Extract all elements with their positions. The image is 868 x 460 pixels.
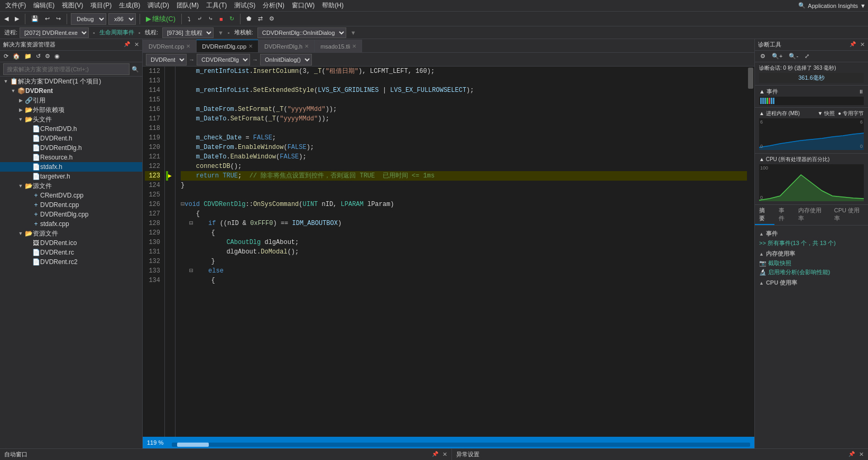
- tree-dvdrent[interactable]: ▼ 📦 DVDRent: [0, 86, 142, 96]
- tree-references[interactable]: ▶ 🔗 引用: [0, 96, 142, 105]
- menu-view[interactable]: 视图(V): [59, 0, 86, 11]
- new-solution-btn[interactable]: 🏠: [11, 52, 22, 61]
- code-editor[interactable]: m_rentInfoList.InsertColumn(3, _T("租借日期"…: [176, 67, 747, 437]
- tab-close-icon[interactable]: ✕: [248, 43, 253, 49]
- tree-dvdrent-h[interactable]: 📄 DVDRent.h: [0, 134, 142, 143]
- menu-team[interactable]: 团队(M): [173, 0, 202, 11]
- debug-config-dropdown[interactable]: Debug: [71, 13, 106, 25]
- auto-close-icon[interactable]: ✕: [442, 451, 447, 458]
- diag-tab-events[interactable]: 事件: [774, 205, 794, 225]
- tree-dvdrent-rc2[interactable]: 📄 DVDRent.rc2: [0, 257, 142, 267]
- back-button[interactable]: ◀: [2, 14, 11, 23]
- step-out-button[interactable]: ⤷: [206, 14, 215, 23]
- tree-dvdrent-ico[interactable]: 🖼 DVDRent.ico: [0, 238, 142, 248]
- hexmode-button[interactable]: ⇄: [256, 14, 265, 23]
- menu-build[interactable]: 生成(B): [116, 0, 143, 11]
- tree-resource-files[interactable]: ▼ 📂 资源文件: [0, 229, 142, 238]
- pin-icon[interactable]: 📌: [124, 41, 130, 48]
- tree-stdafx-cpp[interactable]: + stdafx.cpp: [0, 219, 142, 229]
- tree-dvdrentdlg-cpp[interactable]: + DVDRentDlg.cpp: [0, 210, 142, 219]
- thread-dropdown[interactable]: [9736] 主线程: [162, 27, 214, 38]
- diag-zoom-in-btn[interactable]: 🔍+: [770, 52, 784, 61]
- tree-dvdrent-rc[interactable]: 📄 DVDRent.rc: [0, 248, 142, 257]
- diag-close-icon[interactable]: ✕: [860, 41, 865, 48]
- exc-close-icon[interactable]: ✕: [859, 451, 864, 458]
- nav-func-dropdown[interactable]: OnInitDialog(): [260, 54, 312, 65]
- menu-edit[interactable]: 编辑(E): [30, 0, 58, 11]
- save-all-button[interactable]: 💾: [29, 14, 41, 23]
- menu-tools[interactable]: 工具(T): [203, 0, 230, 11]
- app-insights-dropdown-icon[interactable]: ▼: [860, 3, 866, 9]
- tab-close-icon[interactable]: ✕: [186, 43, 190, 49]
- scrollbar-thumb[interactable]: [748, 68, 753, 89]
- tree-file-label: CRentDVD.cpp: [40, 192, 84, 199]
- tab-close-icon[interactable]: ✕: [304, 43, 309, 49]
- diag-tab-memory[interactable]: 内存使用率: [794, 205, 830, 225]
- stack-dropdown[interactable]: CDVDRentDlg::OnInitDialog: [257, 27, 346, 38]
- sync-button[interactable]: ⟳: [2, 52, 10, 61]
- diag-settings-btn[interactable]: ⚙: [758, 52, 768, 61]
- heap-analysis-link[interactable]: 🔬 启用堆分析(会影响性能): [759, 268, 864, 277]
- properties-btn[interactable]: ⚙: [43, 52, 52, 61]
- menu-file[interactable]: 文件(F): [2, 0, 29, 11]
- tree-headers[interactable]: ▼ 📂 头文件: [0, 115, 142, 124]
- file-icon: 📄: [32, 154, 40, 161]
- menu-window[interactable]: 窗口(W): [289, 0, 318, 11]
- app-insights-btn[interactable]: 🔍 Application Insights ▼: [798, 2, 866, 9]
- tab-dvdrent-cpp[interactable]: DVDRent.cpp ✕: [143, 40, 196, 52]
- tree-dvdrent-cpp[interactable]: + DVDRent.cpp: [0, 200, 142, 210]
- lifecycle-events-link[interactable]: 生命周期事件: [99, 29, 134, 36]
- diag-tab-cpu[interactable]: CPU 使用率: [830, 205, 868, 225]
- step-over-button[interactable]: ⤵: [186, 15, 193, 23]
- menu-debug[interactable]: 调试(D): [144, 0, 172, 11]
- horizontal-scroll[interactable]: [172, 439, 750, 447]
- process-dropdown[interactable]: [2072] DVDRent.exe: [20, 27, 89, 38]
- diag-fit-btn[interactable]: ⤢: [802, 52, 811, 61]
- restart-button[interactable]: ↻: [227, 14, 236, 23]
- vertical-scrollbar[interactable]: [747, 67, 754, 437]
- nav-class-dropdown[interactable]: DVDRent: [146, 54, 187, 65]
- menu-help[interactable]: 帮助(H): [319, 0, 347, 11]
- auto-pin-icon[interactable]: 📌: [432, 451, 438, 458]
- tab-dvdrentdlg-cpp[interactable]: DVDRentDlg.cpp ✕: [196, 40, 258, 52]
- tree-source-files[interactable]: ▼ 📂 源文件: [0, 181, 142, 191]
- breakpoint-button[interactable]: ⬟: [244, 14, 254, 23]
- tree-stdafx-h[interactable]: 📄 stdafx.h: [0, 162, 142, 172]
- menu-analyze[interactable]: 分析(N): [260, 0, 288, 11]
- nav-member-dropdown[interactable]: CDVDRentDlg: [197, 54, 250, 65]
- tree-solution[interactable]: ▼ 📋 解决方案'DVDRent'(1 个项目): [0, 77, 142, 86]
- platform-dropdown[interactable]: x86: [108, 13, 136, 25]
- solution-search-box: 🔍: [0, 62, 142, 77]
- show-files-btn[interactable]: 📁: [23, 52, 33, 61]
- redo-button[interactable]: ↪: [54, 14, 63, 23]
- menu-test[interactable]: 测试(S): [231, 0, 258, 11]
- tab-msado15[interactable]: msado15.tli ✕: [315, 40, 362, 52]
- events-pause-btn[interactable]: ⏸: [858, 89, 864, 95]
- filter-btn[interactable]: ◉: [53, 52, 61, 61]
- close-panel-icon[interactable]: ✕: [134, 41, 139, 48]
- diag-pin-icon[interactable]: 📌: [849, 41, 856, 48]
- menu-project[interactable]: 项目(P): [87, 0, 115, 11]
- tree-resource-h[interactable]: 📄 Resource.h: [0, 153, 142, 162]
- snapshot-link[interactable]: 📷 截取快照: [759, 259, 864, 268]
- continue-button[interactable]: ▶ 继续(C): [144, 13, 178, 25]
- tree-dvdrentdlg-h[interactable]: 📄 DVDRentDlg.h: [0, 143, 142, 153]
- tab-close-icon[interactable]: ✕: [352, 43, 356, 49]
- forward-button[interactable]: ▶: [13, 14, 21, 23]
- tree-ext-deps[interactable]: ▶ 📂 外部依赖项: [0, 105, 142, 115]
- tree-crentdvd-h[interactable]: 📄 CRentDVD.h: [0, 124, 142, 134]
- all-events-link[interactable]: >> 所有事件(13 个，共 13 个): [759, 239, 864, 248]
- diag-tab-summary[interactable]: 摘要: [755, 205, 774, 225]
- tree-crentdvd-cpp[interactable]: + CRentDVD.cpp: [0, 191, 142, 200]
- debug-options-button[interactable]: ⚙: [267, 14, 276, 23]
- step-into-button[interactable]: ⤶: [195, 14, 204, 23]
- solution-search-input[interactable]: [3, 63, 130, 75]
- undo-button[interactable]: ↩: [43, 14, 52, 23]
- stop-button[interactable]: ■: [217, 15, 225, 23]
- tab-dvdrentdlg-h[interactable]: DVDRentDlg.h ✕: [258, 40, 315, 52]
- toolbar-sep-2: [67, 14, 67, 24]
- exc-pin-icon[interactable]: 📌: [848, 451, 855, 458]
- refresh-btn[interactable]: ↺: [34, 52, 42, 61]
- diag-zoom-out-btn[interactable]: 🔍-: [787, 52, 800, 61]
- tree-targetver-h[interactable]: 📄 targetver.h: [0, 172, 142, 181]
